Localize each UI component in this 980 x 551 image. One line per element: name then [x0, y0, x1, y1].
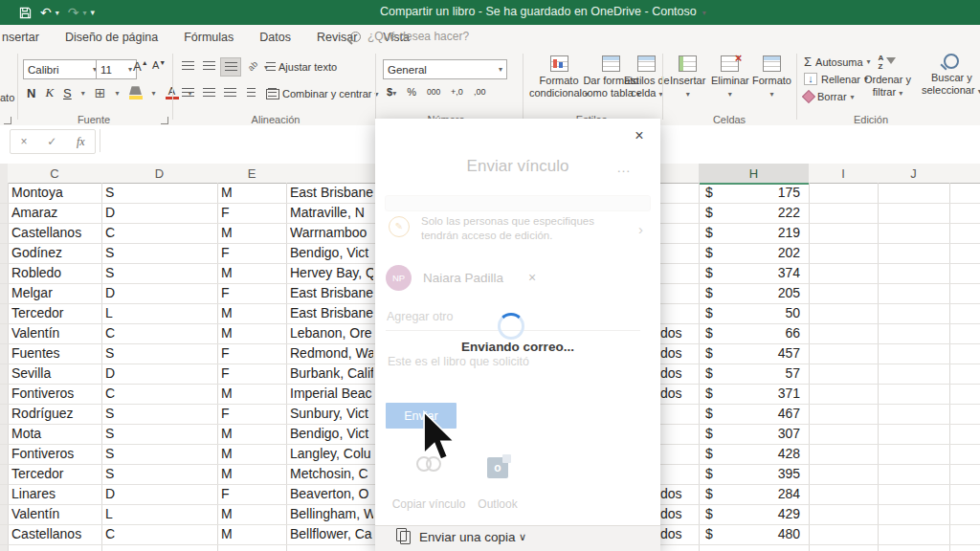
cell-country-tail[interactable] [660, 303, 697, 323]
column-header-blank[interactable] [660, 164, 700, 184]
cell-status[interactable]: S [105, 183, 144, 203]
cell-currency[interactable]: $ [705, 343, 715, 364]
cell-gender[interactable]: F [221, 364, 259, 384]
cell-currency[interactable]: $ [705, 323, 715, 343]
wrap-text-button[interactable]: Ajustar texto [266, 61, 337, 73]
number-format-select[interactable]: General▾ [383, 59, 507, 79]
cell-amount[interactable]: 222 [716, 203, 800, 223]
ribbon-tab-3[interactable]: Datos [259, 31, 291, 44]
cell-status[interactable]: C [105, 323, 144, 343]
dialog-more-options-icon[interactable]: … [616, 159, 633, 175]
column-header-C[interactable]: C [8, 164, 102, 184]
align-top-button[interactable] [178, 57, 197, 75]
ribbon-tab-2[interactable]: Fórmulas [184, 31, 234, 44]
cell-lastname[interactable]: Robledo [11, 263, 100, 283]
fill-button[interactable]: ↓ Rellenar▾ [804, 73, 868, 85]
orientation-button[interactable]: ab [243, 57, 262, 75]
percent-style-button[interactable]: % [407, 86, 416, 98]
conditional-formatting-button[interactable]: Formatocondicional ▾ [529, 55, 589, 100]
cell-amount[interactable]: 371 [716, 384, 800, 404]
add-more-placeholder[interactable]: Agregar otro [387, 310, 453, 323]
remove-recipient-icon[interactable]: × [528, 270, 536, 285]
cell-lastname[interactable]: Valentín [11, 323, 100, 343]
format-cells-button[interactable]: Formato▾ [752, 55, 791, 100]
align-right-button[interactable] [220, 84, 239, 101]
cell-lastname[interactable]: Castellanos [11, 223, 100, 243]
cell-country-tail[interactable] [660, 183, 697, 203]
cell-status[interactable]: S [105, 343, 144, 364]
cell-gender[interactable]: M [221, 504, 259, 524]
cell-gender[interactable]: F [221, 243, 259, 263]
cell-status[interactable]: S [105, 444, 144, 464]
font-dialog-launcher[interactable] [161, 117, 168, 124]
cell-status[interactable]: D [105, 283, 144, 303]
find-select-button[interactable]: Buscar yseleccionar ▾ [922, 54, 980, 98]
italic-button[interactable]: K [45, 85, 54, 100]
cell-gender[interactable]: M [221, 444, 259, 464]
comma-style-button[interactable]: 000 [427, 87, 440, 97]
font-name-select[interactable]: Calibri▾ [23, 59, 101, 79]
cell-gender[interactable]: M [221, 424, 259, 444]
cell-amount[interactable]: 395 [716, 464, 800, 484]
cell-country-tail[interactable] [660, 444, 697, 464]
cell-status[interactable]: L [105, 303, 144, 323]
cell-amount[interactable]: 57 [716, 364, 800, 384]
cell-country-tail[interactable] [660, 404, 697, 424]
cancel-entry-icon[interactable]: × [20, 135, 27, 148]
column-header-blank[interactable] [949, 164, 980, 184]
cell-city[interactable]: East Brisbane [290, 283, 373, 303]
cell-lastname[interactable]: Rodríguez [11, 404, 100, 424]
cell-currency[interactable]: $ [705, 524, 715, 544]
cell-status[interactable]: S [105, 404, 144, 424]
cell-amount[interactable]: 374 [716, 263, 800, 283]
cell-amount[interactable]: 467 [716, 404, 800, 424]
borders-button[interactable]: ⊞ [95, 85, 106, 100]
cell-status[interactable]: C [105, 223, 144, 243]
clipboard-dialog-launcher[interactable] [4, 117, 11, 124]
cell-lastname[interactable]: Valentín [11, 504, 100, 524]
underline-button[interactable]: S [63, 86, 72, 100]
cell-country-tail[interactable]: dos [660, 323, 697, 343]
cell-amount[interactable]: 429 [716, 504, 800, 524]
cell-city[interactable]: Beaverton, O [290, 484, 373, 504]
cell-country-tail[interactable]: dos [660, 524, 697, 544]
cell-country-tail[interactable]: dos [660, 484, 697, 504]
delete-cells-button[interactable]: Eliminar▾ [711, 55, 749, 100]
cell-status[interactable]: D [105, 484, 144, 504]
confirm-entry-icon[interactable]: ✓ [47, 135, 56, 148]
cell-amount[interactable]: 175 [716, 183, 800, 203]
cell-country-tail[interactable] [660, 464, 697, 484]
cell-gender[interactable]: M [221, 464, 259, 484]
cell-gender[interactable]: F [221, 404, 259, 424]
cell-lastname[interactable]: Mota [11, 424, 100, 444]
cell-city[interactable]: Bendigo, Vict [290, 243, 373, 263]
cell-currency[interactable]: $ [705, 303, 715, 323]
cell-country-tail[interactable]: dos [660, 364, 697, 384]
cell-currency[interactable]: $ [705, 243, 715, 263]
cell-city[interactable]: Lebanon, Ore [290, 323, 373, 343]
cell-lastname[interactable]: Fontiveros [11, 384, 100, 404]
cell-amount[interactable]: 428 [716, 444, 800, 464]
decrease-indent-button[interactable] [241, 84, 260, 101]
borders-dropdown-icon[interactable]: ▾ [115, 89, 119, 98]
cell-currency[interactable]: $ [705, 404, 715, 424]
decrease-font-button[interactable]: A▼ [152, 59, 166, 71]
customize-qat-icon[interactable]: ▾ [91, 8, 96, 17]
cell-lastname[interactable]: Tercedor [11, 464, 100, 484]
column-header-H[interactable]: H [699, 164, 810, 185]
cell-country-tail[interactable]: dos [660, 504, 697, 524]
send-copy-footer[interactable]: Enviar una copia ∨ [375, 525, 660, 551]
cell-amount[interactable]: 284 [716, 484, 800, 504]
cell-currency[interactable]: $ [705, 183, 715, 203]
cell-lastname[interactable]: Tercedor [11, 303, 100, 323]
cell-gender[interactable]: M [221, 263, 259, 283]
cell-city[interactable]: Imperial Beac [290, 384, 373, 404]
cell-currency[interactable]: $ [705, 444, 715, 464]
cell-city[interactable]: Redmond, Wa [290, 343, 373, 364]
cell-currency[interactable]: $ [705, 384, 715, 404]
cell-amount[interactable]: 480 [716, 524, 800, 544]
cell-currency[interactable]: $ [705, 364, 715, 384]
bold-button[interactable]: N [27, 86, 35, 100]
cell-gender[interactable]: M [221, 524, 259, 544]
undo-icon[interactable]: ↶ [40, 6, 52, 19]
